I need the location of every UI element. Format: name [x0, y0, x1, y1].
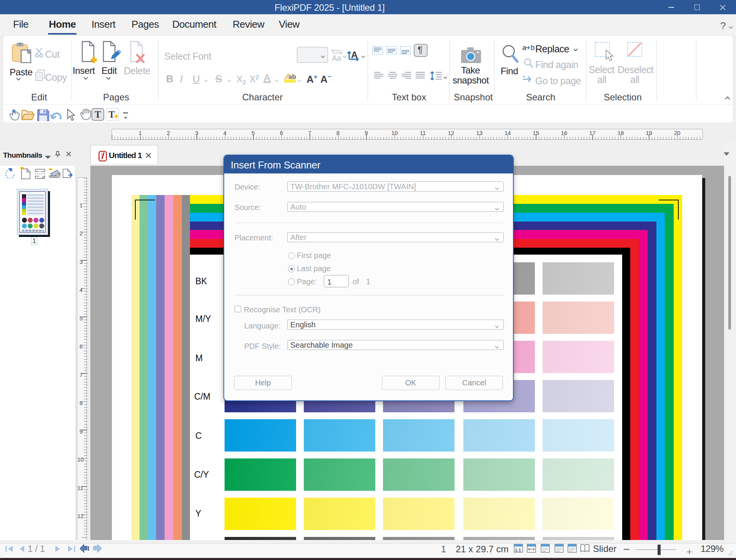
- svg-text:1:1: 1:1: [515, 548, 521, 552]
- svg-text:A: A: [351, 50, 358, 60]
- svg-text:Aa: Aa: [332, 54, 341, 62]
